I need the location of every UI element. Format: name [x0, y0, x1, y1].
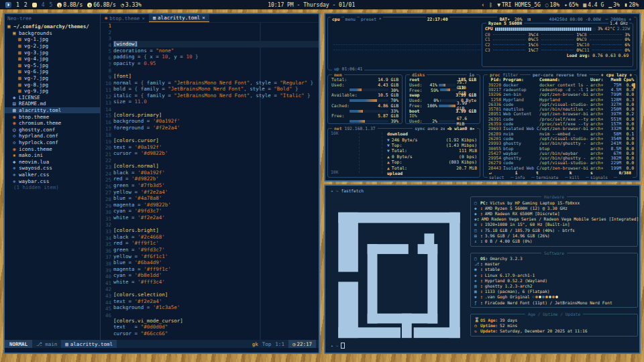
code-line[interactable]: yellow = '#f2e2a4'	[113, 189, 319, 196]
tree-item[interactable]: ▦vg-5.jpg	[5, 62, 100, 69]
code-line[interactable]: black = '#0a192f'	[113, 170, 319, 176]
tree-item[interactable]: ◉chromium.theme	[5, 120, 100, 127]
code-line[interactable]: red = '#ff9f1c'	[113, 240, 319, 247]
code-line[interactable]: [colors.normal]	[113, 163, 319, 170]
tree-item[interactable]: ▦vg-1.jpg	[5, 36, 100, 43]
tree-item[interactable]: ◇hyprland.conf	[5, 133, 100, 139]
code-line[interactable]: magenta = '#ff9f1c'	[113, 266, 319, 273]
tree-item[interactable]: ◆LICENSE	[5, 95, 100, 101]
workspace-4[interactable]: 4	[42, 2, 45, 8]
code-line[interactable]: magenta = '#d9822b'	[113, 202, 319, 208]
code-line[interactable]: blue = '#6ba4d9'	[113, 259, 319, 266]
tree-item[interactable]: ▣~/.config/omarchy/themes/	[5, 23, 100, 30]
code-line[interactable]	[113, 66, 319, 73]
code-line[interactable]: green = '#7fb3d5'	[113, 182, 319, 189]
code-line[interactable]: cyan = '#b8e1dd'	[113, 272, 319, 279]
tree-item[interactable]: ◈swayosd.css	[5, 165, 100, 172]
code-line[interactable]	[113, 131, 319, 137]
code-line[interactable]: cursor = "#66cc66"	[113, 330, 319, 337]
code-line[interactable]: normal = { family = "JetBrainsMono Nerd …	[113, 80, 319, 86]
battery-status[interactable]: ▮ 28%	[625, 2, 639, 8]
code-line[interactable]: white = '#f2e2a4'	[113, 215, 319, 221]
code-line[interactable]: yellow = '#f6f1c1'	[113, 253, 319, 260]
code-line[interactable]: cursor = '#d9822b'	[113, 150, 319, 157]
tree-item[interactable]: ▥alacritty.toml	[5, 107, 100, 114]
terminal-prompt[interactable]: ✦ ~	[331, 343, 345, 349]
code-line[interactable]: [window]	[113, 41, 319, 48]
neovim-window[interactable]: Neo-tree ▣~/.config/omarchy/themes/▣back…	[3, 13, 320, 354]
proc-footer-key[interactable]: t terminate	[535, 170, 565, 180]
wifi-status[interactable]: ▼ TRI HOMES_5G	[497, 2, 541, 8]
code-area[interactable]: [window]decorations = "none"padding = { …	[113, 23, 319, 340]
code-line[interactable]	[113, 311, 319, 318]
code-line[interactable]: text = '#f2e2a4'	[113, 298, 319, 305]
tree-item[interactable]: ▣backgrounds	[5, 30, 100, 37]
mem-box-title[interactable]: mem	[332, 72, 344, 78]
tree-item[interactable]: ▦vg-4.jpg	[5, 56, 100, 62]
bluetooth-icon[interactable]: ᛒ	[489, 2, 492, 8]
code-line[interactable]: bold = { family = "JetBrainsMono Nerd Fo…	[113, 86, 319, 93]
btop-tab-menu[interactable]: menu	[344, 17, 357, 22]
code-line[interactable]: foreground = '#f2e2a4'	[113, 125, 319, 131]
workspace-3-active[interactable]	[32, 3, 37, 7]
close-icon[interactable]: ×	[202, 15, 205, 21]
tab-alacritty-toml[interactable]: ▥ alacritty.toml ×	[149, 14, 209, 22]
workspace-2[interactable]: 2	[24, 2, 28, 8]
code-line[interactable]: text = '#0a192f'	[113, 144, 319, 151]
code-line[interactable]: size = 11.0	[113, 99, 319, 105]
tree-item[interactable]: ◉icons.theme	[5, 145, 100, 152]
code-line[interactable]: cyan = '#9fd3c7'	[113, 208, 319, 215]
proc-box-title[interactable]: proc filter	[488, 72, 520, 78]
disks-box-title[interactable]: disks	[410, 72, 427, 78]
fastfetch-terminal-window[interactable]: ✦ ~ fastfetch Hardware	[324, 184, 641, 354]
proc-filter[interactable]: filter	[502, 72, 518, 78]
code-line[interactable]: opacity = 0.95	[113, 60, 319, 67]
tree-item[interactable]: ◆neovim.lua	[5, 158, 100, 165]
code-line[interactable]: [font]	[113, 73, 319, 80]
tree-item[interactable]: ◉btop.theme	[5, 113, 100, 120]
tree-item[interactable]: ▦vg-8.jpg	[5, 81, 100, 88]
code-line[interactable]: black = '#2c4668'	[113, 234, 319, 241]
code-line[interactable]: decorations = "none"	[113, 48, 319, 54]
proc-footer-key[interactable]: k kill	[568, 170, 586, 180]
editor-panel[interactable]: ◉ btop.theme × ▥ alacritty.toml × 123456…	[101, 14, 319, 340]
code-line[interactable]: italic = { family = "JetBrainsMono Nerd …	[113, 93, 319, 99]
proc-footer-key[interactable]: ↵ select	[488, 170, 511, 180]
code-line[interactable]: [colors.bright]	[113, 227, 319, 234]
proc-footer-key[interactable]: i info	[514, 170, 531, 180]
tree-item[interactable]: ▦vg-6.jpg	[5, 68, 100, 75]
tree-item[interactable]: ▦vg-3.jpg	[5, 49, 100, 56]
net-box-title[interactable]: net 192.168.1.37	[332, 126, 378, 131]
workspace-1[interactable]: 1	[16, 2, 19, 8]
brightness-status[interactable]: ✦ 65%	[564, 2, 578, 8]
code-line[interactable]: [colors.selection]	[113, 292, 319, 298]
code-line[interactable]: text = "#0d0d0d"	[113, 324, 319, 330]
proc-footer-key[interactable]: s signals	[589, 170, 614, 180]
tree-item[interactable]: ▪mako.ini	[5, 152, 100, 159]
code-line[interactable]: padding = { x = 10, y = 10 }	[113, 54, 319, 60]
tree-item[interactable]: ▦vg-9.jpg	[5, 88, 100, 95]
net-interface[interactable]: ◂b wlan0 n▸	[445, 126, 477, 131]
code-line[interactable]	[113, 221, 319, 228]
workspace-5[interactable]: 5	[49, 2, 52, 8]
clock[interactable]: 10:17 PM - Thursday - 01/01	[268, 2, 355, 8]
io-toggle[interactable]: io	[467, 72, 476, 78]
code-line[interactable]: green = '#9fd3c7'	[113, 247, 319, 253]
tree-item[interactable]: ▦vg-2.jpg	[5, 43, 100, 50]
code-line[interactable]	[113, 157, 319, 164]
btop-tab-cpu[interactable]: cpu	[331, 17, 341, 22]
code-line[interactable]: blue = '#4a78a8'	[113, 195, 319, 202]
tree-item[interactable]: ◈walker.css	[5, 172, 100, 178]
tree-item[interactable]: ▦vg-7.jpg	[5, 75, 100, 82]
tree-item[interactable]: ◈waybar.css	[5, 178, 100, 184]
close-icon[interactable]: ×	[142, 15, 145, 21]
code-line[interactable]: red = '#d9822b'	[113, 176, 319, 182]
code-line[interactable]: [colors.vi_mode_cursor]	[113, 318, 319, 324]
code-line[interactable]: background = '#0a192f'	[113, 118, 319, 125]
tab-btop-theme[interactable]: ◉ btop.theme ×	[101, 14, 149, 22]
proc-sort[interactable]: + cpu lazy +	[599, 72, 634, 78]
btop-window[interactable]: cpu menu preset * 22:17:40 BAT▾ 20% 4042…	[324, 13, 641, 182]
tree-item[interactable]: ○ghostty.conf	[5, 127, 100, 133]
proc-view-options[interactable]: per-core reverse tree	[531, 72, 589, 78]
proc-scrollbar[interactable]	[633, 83, 635, 88]
